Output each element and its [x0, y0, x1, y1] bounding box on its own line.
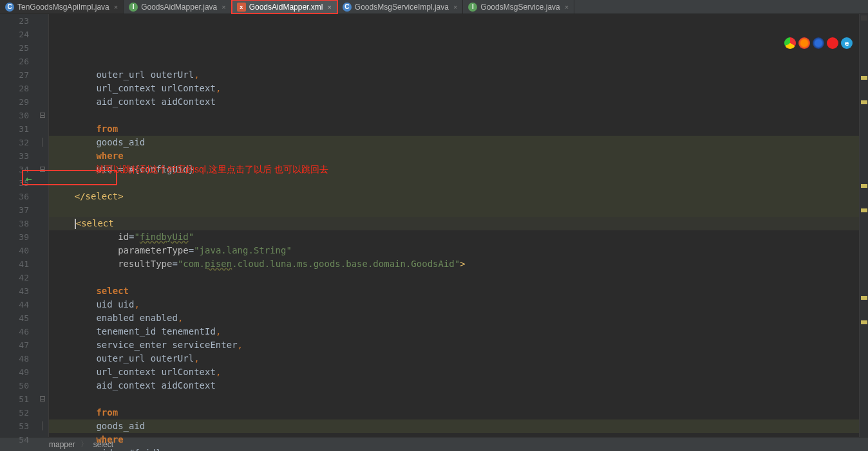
- line-number[interactable]: 41: [0, 257, 48, 271]
- line-number[interactable]: 30: [0, 109, 48, 122]
- line-number[interactable]: 32: [0, 136, 48, 149]
- stripe-marker[interactable]: [861, 208, 867, 212]
- stripe-marker[interactable]: [861, 76, 867, 80]
- code-line[interactable]: [49, 271, 859, 284]
- line-number[interactable]: 36: [0, 190, 48, 203]
- tab-label: GoodsMsgService.java: [480, 3, 560, 12]
- xml-file-icon: x: [237, 3, 246, 12]
- fold-toggle-icon[interactable]: [40, 396, 45, 401]
- code-line[interactable]: where: [49, 149, 859, 163]
- close-icon[interactable]: ×: [326, 3, 331, 11]
- fold-toggle-icon[interactable]: [40, 113, 45, 118]
- fold-end-icon: [42, 421, 42, 430]
- line-number[interactable]: 39: [0, 230, 48, 244]
- editor-area[interactable]: e 23242526272829303132333435363738394041…: [0, 14, 868, 437]
- code-line[interactable]: from: [49, 122, 859, 136]
- line-number[interactable]: 23: [0, 14, 48, 28]
- code-line[interactable]: </select>: [49, 190, 859, 203]
- code-line[interactable]: outer_url outerUrl,: [49, 68, 859, 82]
- code-line[interactable]: id="findbyUid": [49, 230, 859, 244]
- java-interface-icon: I: [129, 3, 138, 12]
- code-line[interactable]: parameterType="java.lang.String": [49, 244, 859, 257]
- browser-preview-icons: e: [784, 37, 853, 49]
- code-line[interactable]: outer_url outerUrl,: [49, 352, 859, 365]
- line-number[interactable]: 40: [0, 244, 48, 257]
- code-line[interactable]: [49, 392, 859, 406]
- editor-tab-bar: C TenGoodsMsgApiImpl.java × I GoodsAidMa…: [0, 0, 868, 14]
- code-editor[interactable]: outer_url outerUrl, url_context urlConte…: [49, 14, 859, 437]
- error-stripe[interactable]: [859, 14, 868, 437]
- chrome-icon[interactable]: [784, 37, 796, 49]
- line-number[interactable]: 28: [0, 82, 48, 95]
- code-line[interactable]: where: [49, 433, 859, 446]
- java-interface-icon: I: [468, 3, 477, 12]
- code-line[interactable]: select: [49, 284, 859, 298]
- line-number[interactable]: 33: [0, 149, 48, 163]
- close-icon[interactable]: ×: [220, 3, 225, 11]
- tab-goodsaidmapper-java[interactable]: I GoodsAidMapper.java ×: [124, 0, 232, 14]
- line-number[interactable]: 27: [0, 68, 48, 82]
- tab-goodsmsgservice[interactable]: I GoodsMsgService.java ×: [463, 0, 574, 14]
- code-line[interactable]: service_enter serviceEnter,: [49, 338, 859, 352]
- code-line[interactable]: url_context urlContext,: [49, 365, 859, 379]
- line-number[interactable]: 52: [0, 406, 48, 419]
- opera-icon[interactable]: [827, 37, 838, 49]
- tab-label: GoodsAidMapper.xml: [249, 3, 323, 12]
- line-number[interactable]: 49: [0, 365, 48, 379]
- ie-icon[interactable]: e: [841, 37, 853, 49]
- code-line[interactable]: goods_aid: [49, 136, 859, 149]
- line-number[interactable]: 43: [0, 284, 48, 298]
- safari-icon[interactable]: [813, 37, 824, 49]
- code-line[interactable]: [49, 176, 859, 190]
- close-icon[interactable]: ×: [563, 3, 569, 11]
- tab-goodsmsgserviceimpl[interactable]: C GoodsMsgServiceImpl.java ×: [337, 0, 464, 14]
- firefox-icon[interactable]: [798, 37, 810, 49]
- stripe-marker[interactable]: [861, 184, 867, 188]
- line-number[interactable]: 29: [0, 95, 48, 109]
- line-number[interactable]: 35: [0, 176, 48, 190]
- line-number[interactable]: 51: [0, 392, 48, 406]
- line-number[interactable]: 38: [0, 217, 48, 230]
- fold-end-icon: [42, 138, 42, 147]
- line-number[interactable]: 42: [0, 271, 48, 284]
- code-line[interactable]: uid uid,: [49, 298, 859, 311]
- code-line[interactable]: [49, 109, 859, 122]
- code-line[interactable]: aid_context aidContext: [49, 379, 859, 392]
- line-number[interactable]: 26: [0, 55, 48, 68]
- line-number[interactable]: 54: [0, 433, 48, 446]
- code-line[interactable]: from: [49, 406, 859, 419]
- stripe-marker[interactable]: [861, 15, 867, 21]
- code-line[interactable]: goods_aid: [49, 419, 859, 433]
- close-icon[interactable]: ×: [113, 3, 118, 11]
- code-line[interactable]: aid_context aidContext: [49, 95, 859, 109]
- code-line[interactable]: tenement_id tenementId,: [49, 325, 859, 338]
- code-line[interactable]: resultType="com.pisen.cloud.luna.ms.good…: [49, 257, 859, 271]
- line-number[interactable]: 37: [0, 203, 48, 217]
- stripe-marker[interactable]: [861, 100, 867, 104]
- code-line[interactable]: <select: [49, 217, 859, 230]
- stripe-marker[interactable]: [861, 320, 867, 324]
- line-number[interactable]: 48: [0, 352, 48, 365]
- line-number[interactable]: 34: [0, 163, 48, 176]
- line-number[interactable]: 47: [0, 338, 48, 352]
- line-number[interactable]: 50: [0, 379, 48, 392]
- line-number-gutter[interactable]: 2324252627282930313233343536373839404142…: [0, 14, 49, 437]
- line-number[interactable]: 44: [0, 298, 48, 311]
- code-line[interactable]: enabled enabled,: [49, 311, 859, 325]
- tab-goodsaidmapper-xml[interactable]: x GoodsAidMapper.xml ×: [232, 0, 337, 14]
- tab-tengoodsmsgapiimpl[interactable]: C TenGoodsMsgApiImpl.java ×: [0, 0, 124, 14]
- stripe-marker[interactable]: [861, 296, 867, 300]
- line-number[interactable]: 31: [0, 122, 48, 136]
- fold-toggle-icon[interactable]: [40, 167, 45, 172]
- line-number[interactable]: 25: [0, 41, 48, 55]
- line-number[interactable]: 53: [0, 419, 48, 433]
- code-line[interactable]: [49, 203, 859, 217]
- line-number[interactable]: 24: [0, 28, 48, 41]
- code-line[interactable]: uid = #{uid}: [49, 446, 859, 451]
- code-line[interactable]: uid = #{configUid}: [49, 163, 859, 176]
- close-icon[interactable]: ×: [452, 3, 457, 11]
- code-line[interactable]: url_context urlContext,: [49, 82, 859, 95]
- line-number[interactable]: 46: [0, 325, 48, 338]
- java-class-icon: C: [5, 3, 14, 12]
- line-number[interactable]: 45: [0, 311, 48, 325]
